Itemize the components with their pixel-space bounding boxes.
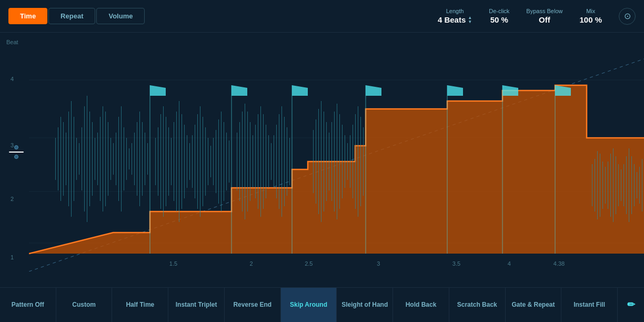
svg-rect-103 xyxy=(342,125,343,198)
more-button[interactable]: ⊙ xyxy=(619,8,636,25)
svg-rect-91 xyxy=(289,138,290,185)
svg-rect-50 xyxy=(176,112,177,212)
mix-value[interactable]: 100 % xyxy=(579,15,602,24)
svg-rect-65 xyxy=(216,130,216,193)
svg-marker-133 xyxy=(150,85,166,96)
svg-rect-79 xyxy=(258,114,258,209)
svg-rect-46 xyxy=(166,117,166,206)
svg-rect-13 xyxy=(74,117,74,201)
svg-rect-109 xyxy=(358,106,358,217)
pattern-btn-sleight[interactable]: Sleight of Hand xyxy=(337,288,393,322)
svg-rect-39 xyxy=(142,122,143,196)
svg-rect-116 xyxy=(602,162,603,209)
svg-rect-20 xyxy=(92,122,93,196)
svg-rect-80 xyxy=(260,106,261,217)
svg-rect-54 xyxy=(187,135,187,188)
svg-rect-51 xyxy=(179,101,179,222)
svg-rect-25 xyxy=(105,112,106,206)
svg-rect-44 xyxy=(160,114,161,209)
svg-rect-84 xyxy=(271,143,271,180)
svg-rect-7 xyxy=(58,127,58,190)
x-label-3: 3 xyxy=(377,260,380,267)
svg-rect-71 xyxy=(237,133,237,190)
x-axis: 1.5 2 2.5 3 3.5 4 4.38 xyxy=(58,256,644,271)
svg-rect-127 xyxy=(631,156,632,214)
svg-rect-106 xyxy=(350,135,350,188)
chart-area[interactable]: 1.5 2 2.5 3 3.5 4 4.38 xyxy=(29,33,644,271)
svg-marker-135 xyxy=(232,85,247,96)
pattern-btn-gate-repeat[interactable]: Gate & Repeat xyxy=(506,288,562,322)
svg-rect-101 xyxy=(337,104,337,219)
svg-rect-53 xyxy=(184,125,185,198)
bypass-value[interactable]: Off xyxy=(539,15,550,24)
svg-rect-78 xyxy=(255,125,256,198)
bypass-label: Bypass Below xyxy=(526,8,562,14)
svg-rect-97 xyxy=(326,122,327,201)
svg-rect-117 xyxy=(605,167,606,204)
svg-rect-87 xyxy=(279,114,279,209)
bypass-control: Bypass Below Off xyxy=(526,8,562,24)
pattern-btn-hold-back[interactable]: Hold Back xyxy=(393,288,449,322)
svg-rect-95 xyxy=(321,101,321,222)
svg-rect-43 xyxy=(158,127,158,196)
svg-rect-16 xyxy=(82,127,82,190)
pattern-btn-halftime[interactable]: Half Time xyxy=(112,288,168,322)
length-value-group[interactable]: 4 Beats ▲▼ xyxy=(438,15,472,24)
svg-rect-85 xyxy=(274,135,274,188)
svg-rect-88 xyxy=(281,106,282,217)
svg-rect-76 xyxy=(250,122,250,201)
length-control: Length 4 Beats ▲▼ xyxy=(438,8,472,24)
svg-rect-73 xyxy=(242,112,243,212)
svg-rect-8 xyxy=(61,117,61,201)
pattern-btn-instant-triplet[interactable]: Instant Triplet xyxy=(168,288,225,322)
declick-control: De-click 50 % xyxy=(489,8,509,24)
pattern-btn-scratch-back[interactable]: Scratch Back xyxy=(449,288,506,322)
svg-rect-96 xyxy=(324,112,324,212)
svg-rect-93 xyxy=(316,119,316,204)
svg-rect-29 xyxy=(116,133,116,185)
tab-repeat[interactable]: Repeat xyxy=(48,8,95,24)
svg-rect-113 xyxy=(595,159,595,212)
svg-rect-82 xyxy=(266,125,266,198)
svg-rect-70 xyxy=(229,140,229,183)
svg-rect-114 xyxy=(597,151,598,219)
svg-rect-10 xyxy=(66,133,66,185)
svg-rect-40 xyxy=(145,133,145,185)
tab-volume[interactable]: Volume xyxy=(96,8,145,24)
pencil-icon: ✏ xyxy=(627,299,635,311)
svg-rect-62 xyxy=(208,138,208,185)
svg-rect-67 xyxy=(221,112,222,212)
svg-rect-21 xyxy=(95,138,95,180)
svg-rect-68 xyxy=(224,122,224,201)
header-controls: Length 4 Beats ▲▼ De-click 50 % Bypass B… xyxy=(438,8,636,25)
pattern-btn-pencil[interactable]: ✏ xyxy=(618,288,644,322)
svg-rect-92 xyxy=(313,130,314,193)
svg-rect-41 xyxy=(147,143,148,175)
tab-time[interactable]: Time xyxy=(8,8,47,24)
svg-rect-105 xyxy=(347,143,348,180)
svg-rect-118 xyxy=(608,162,608,209)
length-arrows: ▲▼ xyxy=(468,16,472,24)
tab-group: Time Repeat Volume xyxy=(8,8,145,24)
svg-rect-90 xyxy=(287,127,287,196)
pattern-btn-off[interactable]: Pattern Off xyxy=(0,288,56,322)
svg-rect-99 xyxy=(331,122,332,201)
bottom-toolbar: Pattern Off Custom Half Time Instant Tri… xyxy=(0,287,644,322)
svg-rect-57 xyxy=(195,125,195,198)
svg-rect-36 xyxy=(134,133,135,185)
pattern-btn-reverse-end[interactable]: Reverse End xyxy=(225,288,281,322)
svg-rect-108 xyxy=(355,114,356,209)
x-label-438: 4.38 xyxy=(554,260,565,267)
svg-rect-69 xyxy=(226,133,227,190)
pattern-btn-custom[interactable]: Custom xyxy=(56,288,113,322)
pattern-btn-instant-fill[interactable]: Instant Fill xyxy=(561,288,618,322)
declick-value[interactable]: 50 % xyxy=(490,15,508,24)
svg-rect-18 xyxy=(87,96,87,222)
svg-rect-104 xyxy=(345,135,345,188)
svg-rect-60 xyxy=(203,117,203,206)
svg-rect-122 xyxy=(618,164,619,206)
svg-rect-100 xyxy=(334,112,335,212)
pattern-btn-skip-around[interactable]: Skip Around xyxy=(281,288,337,322)
svg-marker-139 xyxy=(366,85,381,96)
svg-rect-9 xyxy=(63,122,64,196)
